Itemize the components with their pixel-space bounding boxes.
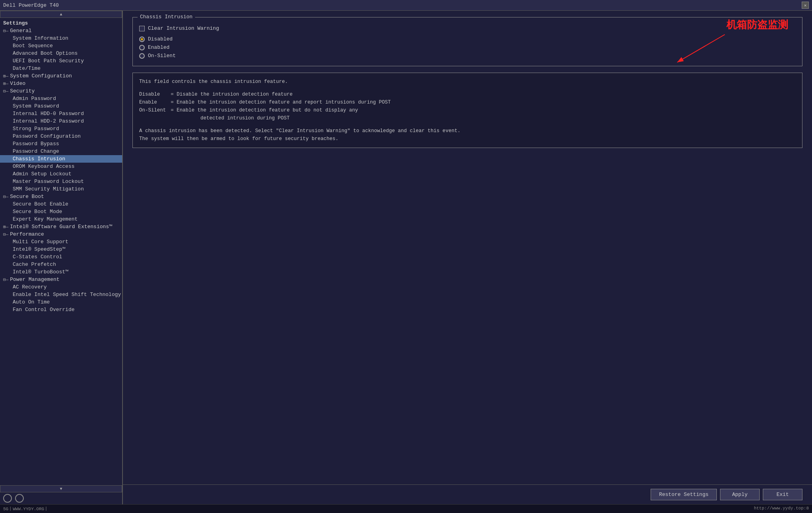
- tree-group-security: ⊟— Security Admin Password System Passwo…: [0, 87, 122, 193]
- scroll-up-arrow[interactable]: ▲: [0, 11, 122, 18]
- tree-item-expert-key-mgmt[interactable]: Expert Key Management: [0, 215, 122, 223]
- radio-onsilent[interactable]: [139, 53, 145, 59]
- tree-item-chassis-intrusion[interactable]: Chassis Intrusion: [0, 155, 122, 163]
- expander-security: ⊟—: [3, 88, 8, 94]
- tree-item-system-info[interactable]: System Information: [0, 35, 122, 42]
- tree-root: Settings: [0, 19, 122, 27]
- title-bar-label: Dell PowerEdge T40: [3, 2, 59, 8]
- right-panel: Chassis Intrusion Clear Intrusion Warnin…: [123, 11, 812, 504]
- tree-item-turboboost[interactable]: Intel® TurboBoost™: [0, 268, 122, 276]
- tree-item-boot-sequence[interactable]: Boot Sequence: [0, 42, 122, 50]
- tree-item-secure-boot-enable[interactable]: Secure Boot Enable: [0, 200, 122, 208]
- tree-item-datetime[interactable]: Date/Time: [0, 65, 122, 72]
- desc-key-enable: Enable: [139, 98, 171, 106]
- radio-onsilent-row[interactable]: On-Silent: [139, 53, 796, 59]
- desc-key-disable: Disable: [139, 90, 171, 98]
- expander-performance: ⊟—: [3, 232, 8, 237]
- tree-item-system-password[interactable]: System Password: [0, 102, 122, 110]
- expander-secureboot: ⊟—: [3, 194, 8, 199]
- restore-settings-button[interactable]: Restore Settings: [651, 489, 717, 500]
- tree-group-text-performance: Performance: [10, 231, 44, 237]
- desc-row-enable: Enable = Enable the intrusion detection …: [139, 98, 391, 106]
- tree-item-password-config[interactable]: Password Configuration: [0, 133, 122, 140]
- tree-group-label-intel-sgx[interactable]: ⊞— Intel® Software Guard Extensions™: [0, 223, 122, 231]
- tree-group-label-sysconfig[interactable]: ⊞— System Configuration: [0, 72, 122, 80]
- tree-item-password-bypass[interactable]: Password Bypass: [0, 140, 122, 148]
- radio-disabled[interactable]: [139, 37, 145, 42]
- expander-general: ⊟—: [3, 28, 8, 33]
- description-box: This field controls the chassis intrusio…: [132, 73, 802, 148]
- expander-video: ⊞—: [3, 81, 8, 86]
- expander-power: ⊟—: [3, 277, 8, 282]
- tree-item-advanced-boot[interactable]: Advanced Boot Options: [0, 50, 122, 57]
- tree-item-secure-boot-mode[interactable]: Secure Boot Mode: [0, 208, 122, 215]
- radio-enabled-row[interactable]: Enabled: [139, 44, 796, 50]
- desc-notice: A chassis intrusion has been detected. S…: [139, 127, 796, 143]
- apply-button[interactable]: Apply: [720, 489, 760, 500]
- status-bar: 5G丨WWW.YYDY.ORG丨 http://www.yydy.top:8: [0, 504, 812, 513]
- tree-item-admin-password[interactable]: Admin Password: [0, 95, 122, 102]
- exit-button[interactable]: Exit: [763, 489, 802, 500]
- scroll-down-arrow[interactable]: ▼: [0, 485, 122, 492]
- close-button[interactable]: ✕: [802, 2, 809, 9]
- tree-group-label-secureboot[interactable]: ⊟— Secure Boot: [0, 193, 122, 200]
- tree-item-smm-security[interactable]: SMM Security Mitigation: [0, 185, 122, 193]
- tree-item-uefi-boot[interactable]: UEFI Boot Path Security: [0, 57, 122, 65]
- chassis-section-title: Chassis Intrusion: [138, 14, 195, 20]
- tree-group-text-secureboot: Secure Boot: [10, 194, 44, 200]
- tree-item-master-password-lockout[interactable]: Master Password Lockout: [0, 178, 122, 185]
- clear-intrusion-row[interactable]: Clear Intrusion Warning: [139, 25, 796, 31]
- radio-enabled[interactable]: [139, 45, 145, 50]
- tree-group-text-general: General: [10, 28, 32, 34]
- tree-item-admin-setup-lockout[interactable]: Admin Setup Lockout: [0, 170, 122, 178]
- desc-row-disable: Disable = Disable the intrusion detectio…: [139, 90, 391, 98]
- circle-2: [15, 494, 24, 503]
- left-panel: ▲ Settings ⊟— General System Information…: [0, 11, 123, 504]
- chassis-intrusion-section: Chassis Intrusion Clear Intrusion Warnin…: [132, 17, 802, 66]
- tree-item-ac-recovery[interactable]: AC Recovery: [0, 283, 122, 291]
- tree-group-label-performance[interactable]: ⊟— Performance: [0, 231, 122, 238]
- tree-group-label-video[interactable]: ⊞— Video: [0, 80, 122, 87]
- tree-group-performance: ⊟— Performance Multi Core Support Intel®…: [0, 231, 122, 276]
- tree-item-cache-prefetch[interactable]: Cache Prefetch: [0, 261, 122, 268]
- tree-item-multi-core[interactable]: Multi Core Support: [0, 238, 122, 246]
- status-left: 5G丨WWW.YYDY.ORG丨: [3, 506, 48, 512]
- tree-group-text-sysconfig: System Configuration: [10, 73, 72, 79]
- circles-indicator: [0, 492, 122, 504]
- tree-item-strong-password[interactable]: Strong Password: [0, 125, 122, 133]
- tree-group-text-video: Video: [10, 81, 25, 86]
- settings-tree[interactable]: Settings ⊟— General System Information B…: [0, 18, 122, 485]
- tree-item-intel-speed-shift[interactable]: Enable Intel Speed Shift Technology: [0, 291, 122, 298]
- desc-line1: This field controls the chassis intrusio…: [139, 78, 796, 86]
- clear-intrusion-checkbox[interactable]: [139, 26, 145, 31]
- tree-group-label-security[interactable]: ⊟— Security: [0, 87, 122, 95]
- tree-item-hdd2-password[interactable]: Internal HDD-2 Password: [0, 117, 122, 125]
- tree-item-speedstep[interactable]: Intel® SpeedStep™: [0, 246, 122, 253]
- tree-group-power: ⊟— Power Management AC Recovery Enable I…: [0, 276, 122, 313]
- tree-item-hdd0-password[interactable]: Internal HDD-0 Password: [0, 110, 122, 117]
- tree-group-text-power: Power Management: [10, 277, 59, 282]
- tree-group-label-power[interactable]: ⊟— Power Management: [0, 276, 122, 283]
- tree-item-cstates[interactable]: C-States Control: [0, 253, 122, 261]
- tree-group-label-general[interactable]: ⊟— General: [0, 27, 122, 35]
- tree-item-orom-keyboard[interactable]: OROM Keyboard Access: [0, 163, 122, 170]
- tree-group-secureboot: ⊟— Secure Boot Secure Boot Enable Secure…: [0, 193, 122, 223]
- radio-enabled-label: Enabled: [148, 44, 170, 50]
- radio-disabled-label: Disabled: [148, 36, 172, 42]
- tree-item-fan-control[interactable]: Fan Control Override: [0, 306, 122, 313]
- desc-row-onsilent: On-Silent = Enable the intrusion detecti…: [139, 106, 391, 122]
- tree-item-password-change[interactable]: Password Change: [0, 148, 122, 155]
- desc-val-enable: = Enable the intrusion detection feature…: [171, 98, 391, 106]
- desc-val-disable: = Disable the intrusion detection featur…: [171, 90, 391, 98]
- desc-val-onsilent: = Enable the intrusion detection feature…: [171, 106, 391, 122]
- tree-item-auto-on-time[interactable]: Auto On Time: [0, 298, 122, 306]
- radio-onsilent-label: On-Silent: [148, 53, 176, 59]
- button-bar: Restore Settings Apply Exit: [123, 484, 812, 504]
- radio-disabled-row[interactable]: Disabled: [139, 36, 796, 42]
- expander-sysconfig: ⊞—: [3, 73, 8, 79]
- desc-table: Disable = Disable the intrusion detectio…: [139, 90, 391, 122]
- content-area: Chassis Intrusion Clear Intrusion Warnin…: [123, 11, 812, 484]
- main-container: ▲ Settings ⊟— General System Information…: [0, 11, 812, 504]
- tree-group-sysconfig: ⊞— System Configuration: [0, 72, 122, 80]
- tree-group-text-security: Security: [10, 88, 34, 94]
